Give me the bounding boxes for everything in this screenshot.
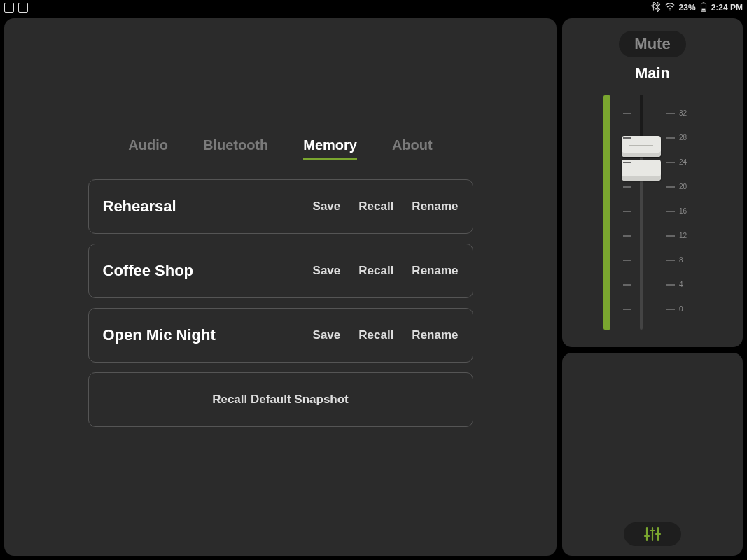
memory-preset-row: Rehearsal Save Recall Rename — [88, 179, 473, 234]
preset-name: Rehearsal — [103, 197, 313, 216]
battery-percent: 23% — [679, 3, 696, 13]
memory-preset-row: Open Mic Night Save Recall Rename — [88, 308, 473, 363]
effects-panel — [562, 353, 743, 556]
tick-label: 4 — [679, 281, 683, 288]
memory-preset-row: Coffee Shop Save Recall Rename — [88, 244, 473, 298]
save-button[interactable]: Save — [313, 264, 341, 278]
fader-knob[interactable] — [622, 136, 661, 157]
memory-preset-list: Rehearsal Save Recall Rename Coffee Shop… — [46, 179, 515, 427]
status-left — [4, 3, 28, 13]
svg-rect-2 — [702, 2, 704, 3]
tick-label: 12 — [679, 232, 687, 239]
status-right: 23% 2:24 PM — [650, 2, 743, 14]
status-app-icon-1 — [4, 3, 14, 13]
wifi-icon — [665, 3, 675, 13]
side-column: Mute Main 32 28 24 20 16 12 8 4 — [562, 18, 743, 556]
rename-button[interactable]: Rename — [412, 328, 458, 342]
tab-memory[interactable]: Memory — [303, 137, 357, 160]
sliders-icon — [643, 526, 662, 542]
tick-label: 8 — [679, 256, 683, 264]
app-body: Audio Bluetooth Memory About Rehearsal S… — [0, 15, 747, 560]
svg-rect-3 — [701, 8, 705, 10]
tick-label: 28 — [679, 134, 687, 141]
save-button[interactable]: Save — [313, 328, 341, 342]
tick-label: 0 — [679, 305, 683, 313]
tick-label: 16 — [679, 207, 687, 215]
fader-knob-group[interactable] — [622, 136, 661, 183]
status-bar: 23% 2:24 PM — [0, 0, 747, 15]
status-app-icon-2 — [18, 3, 28, 13]
fader-scale: 32 28 24 20 16 12 8 4 0 — [666, 95, 700, 330]
fader-knob[interactable] — [622, 160, 661, 181]
status-time: 2:24 PM — [711, 3, 743, 13]
rename-button[interactable]: Rename — [412, 200, 458, 214]
battery-icon — [700, 2, 707, 14]
preset-name: Coffee Shop — [103, 262, 313, 280]
tick-label: 24 — [679, 158, 687, 166]
preset-actions: Save Recall Rename — [313, 328, 459, 342]
tab-bar: Audio Bluetooth Memory About — [46, 137, 515, 160]
recall-button[interactable]: Recall — [358, 264, 393, 278]
main-panel: Audio Bluetooth Memory About Rehearsal S… — [4, 18, 557, 556]
recall-button[interactable]: Recall — [358, 328, 393, 342]
level-meter — [603, 95, 610, 330]
channel-panel: Mute Main 32 28 24 20 16 12 8 4 — [562, 18, 743, 347]
tab-bluetooth[interactable]: Bluetooth — [203, 137, 268, 160]
preset-actions: Save Recall Rename — [313, 264, 459, 278]
rename-button[interactable]: Rename — [412, 264, 458, 278]
tab-about[interactable]: About — [392, 137, 433, 160]
equalizer-button[interactable] — [624, 522, 681, 546]
tick-label: 20 — [679, 183, 687, 190]
preset-name: Open Mic Night — [103, 326, 313, 344]
bluetooth-icon — [650, 2, 660, 14]
fader: 32 28 24 20 16 12 8 4 0 — [603, 95, 701, 333]
fader-track[interactable] — [640, 95, 643, 330]
mute-button[interactable]: Mute — [619, 31, 685, 57]
recall-default-button[interactable]: Recall Default Snapshot — [88, 372, 473, 427]
preset-actions: Save Recall Rename — [313, 200, 459, 214]
svg-point-0 — [669, 9, 671, 10]
channel-label: Main — [635, 64, 670, 83]
tab-audio[interactable]: Audio — [128, 137, 168, 160]
recall-button[interactable]: Recall — [358, 200, 393, 214]
tick-label: 32 — [679, 109, 687, 117]
save-button[interactable]: Save — [313, 200, 341, 214]
